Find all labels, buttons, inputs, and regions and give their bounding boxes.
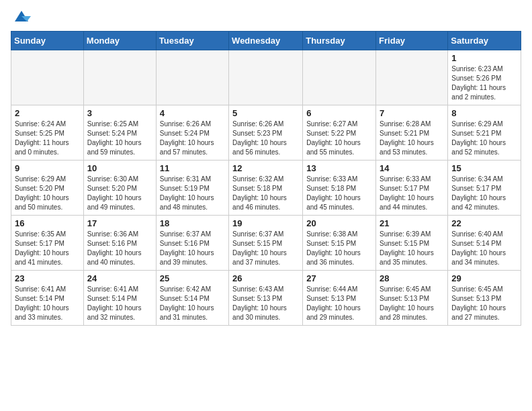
weekday-header-row: SundayMondayTuesdayWednesdayThursdayFrid…	[11, 32, 521, 50]
day-info: Sunrise: 6:33 AMSunset: 5:18 PMDaylight:…	[306, 175, 372, 212]
day-info: Sunrise: 6:42 AMSunset: 5:14 PMDaylight:…	[160, 285, 225, 322]
calendar-cell: 9Sunrise: 6:29 AMSunset: 5:20 PMDaylight…	[11, 161, 84, 216]
day-info: Sunrise: 6:34 AMSunset: 5:17 PMDaylight:…	[451, 175, 517, 212]
day-number: 10	[87, 163, 152, 173]
day-info: Sunrise: 6:26 AMSunset: 5:23 PMDaylight:…	[232, 120, 299, 157]
day-number: 27	[306, 273, 372, 283]
calendar-cell	[376, 50, 448, 105]
calendar-cell: 24Sunrise: 6:41 AMSunset: 5:14 PMDayligh…	[83, 271, 156, 326]
calendar-cell: 3Sunrise: 6:25 AMSunset: 5:24 PMDaylight…	[83, 105, 156, 161]
calendar-cell: 20Sunrise: 6:38 AMSunset: 5:15 PMDayligh…	[303, 216, 376, 271]
day-info: Sunrise: 6:36 AMSunset: 5:16 PMDaylight:…	[87, 230, 152, 267]
calendar-cell: 14Sunrise: 6:33 AMSunset: 5:17 PMDayligh…	[376, 161, 448, 216]
calendar-cell: 11Sunrise: 6:31 AMSunset: 5:19 PMDayligh…	[156, 161, 228, 216]
day-number: 15	[451, 163, 517, 173]
calendar-cell: 12Sunrise: 6:32 AMSunset: 5:18 PMDayligh…	[229, 161, 303, 216]
calendar-cell: 2Sunrise: 6:24 AMSunset: 5:25 PMDaylight…	[11, 105, 84, 161]
calendar-cell: 6Sunrise: 6:27 AMSunset: 5:22 PMDaylight…	[303, 105, 376, 161]
day-number: 18	[160, 218, 225, 228]
day-info: Sunrise: 6:41 AMSunset: 5:14 PMDaylight:…	[87, 285, 152, 322]
day-info: Sunrise: 6:40 AMSunset: 5:14 PMDaylight:…	[451, 230, 517, 267]
calendar-cell	[229, 50, 303, 105]
weekday-header-thursday: Thursday	[303, 32, 376, 50]
calendar-cell: 23Sunrise: 6:41 AMSunset: 5:14 PMDayligh…	[11, 271, 84, 326]
calendar-row-2: 2Sunrise: 6:24 AMSunset: 5:25 PMDaylight…	[11, 105, 521, 161]
calendar-cell: 27Sunrise: 6:44 AMSunset: 5:13 PMDayligh…	[303, 271, 376, 326]
calendar-row-1: 1Sunrise: 6:23 AMSunset: 5:26 PMDaylight…	[11, 50, 521, 105]
calendar-cell: 15Sunrise: 6:34 AMSunset: 5:17 PMDayligh…	[448, 161, 521, 216]
day-info: Sunrise: 6:25 AMSunset: 5:24 PMDaylight:…	[87, 120, 152, 157]
calendar-cell: 25Sunrise: 6:42 AMSunset: 5:14 PMDayligh…	[156, 271, 228, 326]
calendar-cell: 4Sunrise: 6:26 AMSunset: 5:24 PMDaylight…	[156, 105, 228, 161]
day-number: 11	[160, 163, 225, 173]
day-number: 25	[160, 273, 225, 283]
day-number: 12	[232, 163, 299, 173]
day-info: Sunrise: 6:30 AMSunset: 5:20 PMDaylight:…	[87, 175, 152, 212]
day-number: 5	[232, 108, 299, 118]
day-info: Sunrise: 6:27 AMSunset: 5:22 PMDaylight:…	[306, 120, 372, 157]
calendar-row-5: 23Sunrise: 6:41 AMSunset: 5:14 PMDayligh…	[11, 271, 521, 326]
calendar-cell: 10Sunrise: 6:30 AMSunset: 5:20 PMDayligh…	[83, 161, 156, 216]
day-info: Sunrise: 6:39 AMSunset: 5:15 PMDaylight:…	[380, 230, 444, 267]
day-info: Sunrise: 6:44 AMSunset: 5:13 PMDaylight:…	[306, 285, 372, 322]
calendar-cell: 7Sunrise: 6:28 AMSunset: 5:21 PMDaylight…	[376, 105, 448, 161]
day-info: Sunrise: 6:38 AMSunset: 5:15 PMDaylight:…	[306, 230, 372, 267]
day-number: 13	[306, 163, 372, 173]
calendar-cell: 22Sunrise: 6:40 AMSunset: 5:14 PMDayligh…	[448, 216, 521, 271]
day-info: Sunrise: 6:31 AMSunset: 5:19 PMDaylight:…	[160, 175, 225, 212]
day-number: 8	[451, 108, 517, 118]
day-info: Sunrise: 6:28 AMSunset: 5:21 PMDaylight:…	[380, 120, 444, 157]
calendar-cell: 13Sunrise: 6:33 AMSunset: 5:18 PMDayligh…	[303, 161, 376, 216]
calendar-cell: 28Sunrise: 6:45 AMSunset: 5:13 PMDayligh…	[376, 271, 448, 326]
day-number: 28	[380, 273, 444, 283]
day-number: 26	[232, 273, 299, 283]
day-number: 1	[451, 53, 517, 63]
day-info: Sunrise: 6:29 AMSunset: 5:21 PMDaylight:…	[451, 120, 517, 157]
day-info: Sunrise: 6:45 AMSunset: 5:13 PMDaylight:…	[380, 285, 444, 322]
calendar-cell: 5Sunrise: 6:26 AMSunset: 5:23 PMDaylight…	[229, 105, 303, 161]
day-number: 23	[15, 273, 80, 283]
day-number: 24	[87, 273, 152, 283]
weekday-header-monday: Monday	[83, 32, 156, 50]
day-info: Sunrise: 6:43 AMSunset: 5:13 PMDaylight:…	[232, 285, 299, 322]
calendar-cell: 1Sunrise: 6:23 AMSunset: 5:26 PMDaylight…	[448, 50, 521, 105]
day-info: Sunrise: 6:37 AMSunset: 5:16 PMDaylight:…	[160, 230, 225, 267]
day-number: 6	[306, 108, 372, 118]
day-number: 22	[451, 218, 517, 228]
day-info: Sunrise: 6:41 AMSunset: 5:14 PMDaylight:…	[15, 285, 80, 322]
weekday-header-tuesday: Tuesday	[156, 32, 228, 50]
calendar-cell: 26Sunrise: 6:43 AMSunset: 5:13 PMDayligh…	[229, 271, 303, 326]
day-number: 19	[232, 218, 299, 228]
day-number: 29	[451, 273, 517, 283]
calendar-cell: 18Sunrise: 6:37 AMSunset: 5:16 PMDayligh…	[156, 216, 228, 271]
calendar-cell: 29Sunrise: 6:45 AMSunset: 5:13 PMDayligh…	[448, 271, 521, 326]
calendar-cell: 19Sunrise: 6:37 AMSunset: 5:15 PMDayligh…	[229, 216, 303, 271]
weekday-header-wednesday: Wednesday	[229, 32, 303, 50]
weekday-header-saturday: Saturday	[448, 32, 521, 50]
day-number: 3	[87, 108, 152, 118]
calendar-table: SundayMondayTuesdayWednesdayThursdayFrid…	[11, 31, 521, 326]
calendar-cell: 21Sunrise: 6:39 AMSunset: 5:15 PMDayligh…	[376, 216, 448, 271]
logo-icon	[12, 9, 31, 23]
day-info: Sunrise: 6:33 AMSunset: 5:17 PMDaylight:…	[380, 175, 444, 212]
day-number: 16	[15, 218, 80, 228]
day-number: 17	[87, 218, 152, 228]
calendar-cell	[303, 50, 376, 105]
calendar-cell: 16Sunrise: 6:35 AMSunset: 5:17 PMDayligh…	[11, 216, 84, 271]
calendar-cell	[83, 50, 156, 105]
day-info: Sunrise: 6:23 AMSunset: 5:26 PMDaylight:…	[451, 64, 517, 102]
logo	[11, 11, 31, 24]
calendar-cell	[11, 50, 84, 105]
day-info: Sunrise: 6:37 AMSunset: 5:15 PMDaylight:…	[232, 230, 299, 267]
day-number: 7	[380, 108, 444, 118]
calendar-row-4: 16Sunrise: 6:35 AMSunset: 5:17 PMDayligh…	[11, 216, 521, 271]
day-number: 4	[160, 108, 225, 118]
day-info: Sunrise: 6:29 AMSunset: 5:20 PMDaylight:…	[15, 175, 80, 212]
day-info: Sunrise: 6:24 AMSunset: 5:25 PMDaylight:…	[15, 120, 80, 157]
day-info: Sunrise: 6:45 AMSunset: 5:13 PMDaylight:…	[451, 285, 517, 322]
day-number: 21	[380, 218, 444, 228]
weekday-header-sunday: Sunday	[11, 32, 84, 50]
calendar-cell	[156, 50, 228, 105]
day-number: 20	[306, 218, 372, 228]
calendar-cell: 8Sunrise: 6:29 AMSunset: 5:21 PMDaylight…	[448, 105, 521, 161]
